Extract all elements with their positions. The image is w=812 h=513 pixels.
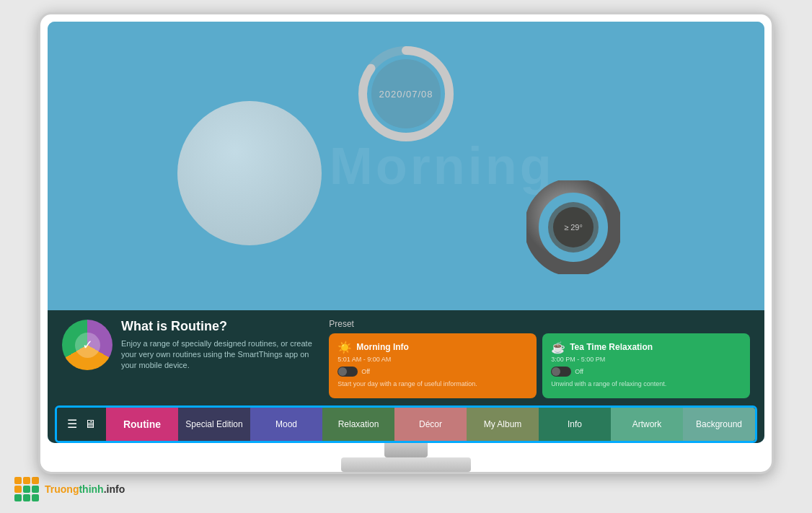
dome-decoration xyxy=(177,101,322,245)
screen-background: Morning 2020/07/08 xyxy=(48,22,764,310)
clock-ring: 2020/07/08 xyxy=(356,43,456,144)
card-morning-desc: Start your day with a range of useful in… xyxy=(337,380,528,389)
card-morning-status: Off xyxy=(337,367,528,377)
tv-stand-base xyxy=(341,457,471,472)
logo-dots xyxy=(14,477,39,501)
check-icon: ✓ xyxy=(75,333,100,358)
routine-title: What is Routine? xyxy=(121,319,314,334)
logo-area: Truongthinh.info xyxy=(0,477,736,501)
card-teatime-status: Off xyxy=(551,367,741,377)
logo-dot-4 xyxy=(14,486,22,493)
card-teatime-time: 3:00 PM - 5:00 PM xyxy=(551,356,741,363)
tab-background[interactable]: Background xyxy=(683,408,755,441)
nav-bar: ☰ 🖥 Routine Special Edition Mood Relaxat… xyxy=(57,408,755,441)
preset-cards: ☀️ Morning Info 5:01 AM - 9:00 AM Off St… xyxy=(329,333,750,398)
card-morning-title: ☀️ Morning Info xyxy=(337,341,528,354)
tv-icon[interactable]: 🖥 xyxy=(84,418,96,431)
tv-stand-neck xyxy=(384,443,428,457)
logo-dot-2 xyxy=(23,477,30,484)
logo-dot-1 xyxy=(14,477,22,484)
routine-icon-circle: ✓ xyxy=(62,320,112,370)
logo-dot-8 xyxy=(23,494,30,501)
preset-label: Preset xyxy=(329,319,750,329)
temperature-display: ≥ 29° xyxy=(564,223,583,232)
tab-special-edition[interactable]: Special Edition xyxy=(178,408,250,441)
card-teatime-desc: Unwind with a range of relaxing content. xyxy=(551,380,741,389)
tab-routine[interactable]: Routine xyxy=(106,408,178,441)
tab-mood[interactable]: Mood xyxy=(250,408,322,441)
morning-off-label: Off xyxy=(361,368,370,375)
teatime-off-label: Off xyxy=(575,368,583,375)
logo-info: .info xyxy=(104,483,125,495)
routine-text: What is Routine? Enjoy a range of specia… xyxy=(121,319,314,372)
tab-my-album[interactable]: My Album xyxy=(467,408,539,441)
logo-dot-6 xyxy=(32,486,39,493)
logo-dot-3 xyxy=(32,477,39,484)
nav-left-icons: ☰ 🖥 xyxy=(57,408,106,441)
hamburger-icon[interactable]: ☰ xyxy=(67,417,77,431)
logo-dot-5 xyxy=(23,486,30,493)
info-row: ✓ What is Routine? Enjoy a range of spec… xyxy=(62,319,750,405)
tea-icon: ☕ xyxy=(551,341,565,354)
bottom-info-panel: ✓ What is Routine? Enjoy a range of spec… xyxy=(48,310,764,443)
tab-decor[interactable]: Décor xyxy=(394,408,467,441)
teatime-toggle[interactable] xyxy=(551,367,571,377)
sun-icon: ☀️ xyxy=(337,341,352,354)
preset-section: Preset ☀️ Morning Info 5:01 AM - 9:00 AM xyxy=(329,319,750,398)
tv-screen: Morning 2020/07/08 xyxy=(48,22,764,443)
routine-description: Enjoy a range of specially designed rout… xyxy=(121,338,314,372)
logo-dot-7 xyxy=(14,494,22,501)
logo-text: Truongthinh.info xyxy=(45,483,125,495)
tv-stand xyxy=(334,443,478,472)
metal-ring-decoration: ≥ 29° xyxy=(526,180,620,274)
preset-card-morning[interactable]: ☀️ Morning Info 5:01 AM - 9:00 AM Off St… xyxy=(329,333,537,398)
tab-info[interactable]: Info xyxy=(539,408,611,441)
logo-dot-9 xyxy=(32,494,39,501)
morning-text: Morning xyxy=(330,136,555,196)
card-morning-time: 5:01 AM - 9:00 AM xyxy=(337,356,528,363)
tab-artwork[interactable]: Artwork xyxy=(611,408,683,441)
routine-info-block: ✓ What is Routine? Enjoy a range of spec… xyxy=(62,319,314,372)
card-teatime-title: ☕ Tea Time Relaxation xyxy=(551,341,741,354)
tv-frame: Morning 2020/07/08 xyxy=(38,12,774,474)
morning-toggle[interactable] xyxy=(337,367,358,377)
preset-card-teatime[interactable]: ☕ Tea Time Relaxation 3:00 PM - 5:00 PM … xyxy=(542,333,750,398)
tab-relaxation[interactable]: Relaxation xyxy=(322,408,394,441)
date-display: 2020/07/08 xyxy=(379,88,433,99)
logo-truong: Truong xyxy=(45,483,79,495)
nav-bar-wrapper: ☰ 🖥 Routine Special Edition Mood Relaxat… xyxy=(55,405,757,443)
logo-thinh: thinh xyxy=(79,483,103,495)
